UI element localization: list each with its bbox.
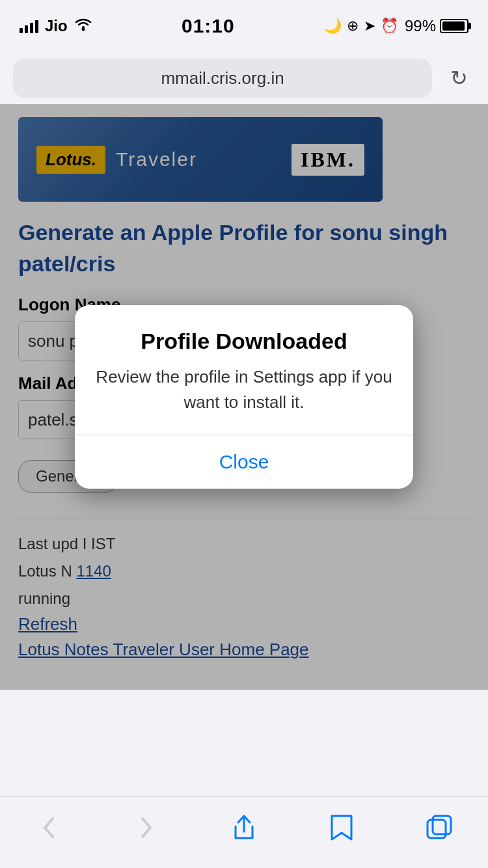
page-content: Lotus. Traveler IBM. Generate an Apple P…	[0, 104, 488, 690]
browser-bar: mmail.cris.org.in ↻	[0, 52, 488, 104]
battery-percent: 99%	[405, 17, 436, 35]
url-text: mmail.cris.org.in	[161, 68, 284, 88]
dialog-title: Profile Downloaded	[94, 329, 394, 354]
bookmarks-button[interactable]	[316, 808, 368, 847]
bottom-toolbar	[0, 796, 488, 868]
status-icons: 🌙 ⊕ ➤ ⏰	[324, 18, 398, 34]
reload-button[interactable]: ↻	[442, 62, 475, 94]
signal-icon	[20, 19, 38, 33]
dialog-message: Review the profile in Settings app if yo…	[94, 364, 394, 415]
tabs-button[interactable]	[413, 808, 465, 847]
alert-dialog: Profile Downloaded Review the profile in…	[75, 305, 413, 489]
forward-button[interactable]	[120, 808, 172, 847]
status-left: Jio	[20, 17, 92, 35]
dialog-overlay: Profile Downloaded Review the profile in…	[0, 104, 488, 690]
wifi-icon	[74, 17, 92, 35]
share-button[interactable]	[218, 808, 270, 847]
dialog-close-button[interactable]: Close	[75, 435, 413, 489]
status-time: 01:10	[182, 15, 235, 37]
url-bar[interactable]: mmail.cris.org.in	[13, 59, 432, 98]
lock-icon: ⊕	[347, 18, 359, 34]
status-right: 🌙 ⊕ ➤ ⏰ 99%	[324, 17, 468, 35]
alarm-icon: ⏰	[381, 18, 398, 34]
svg-rect-1	[427, 820, 446, 838]
battery: 99%	[405, 17, 468, 35]
moon-icon: 🌙	[324, 18, 342, 34]
back-button[interactable]	[23, 808, 75, 847]
location-icon: ➤	[364, 18, 375, 34]
svg-rect-2	[433, 816, 451, 834]
status-bar: Jio 01:10 🌙 ⊕ ➤ ⏰ 99%	[0, 0, 488, 52]
svg-point-0	[81, 28, 85, 31]
battery-icon	[440, 19, 468, 33]
carrier-name: Jio	[45, 17, 68, 35]
